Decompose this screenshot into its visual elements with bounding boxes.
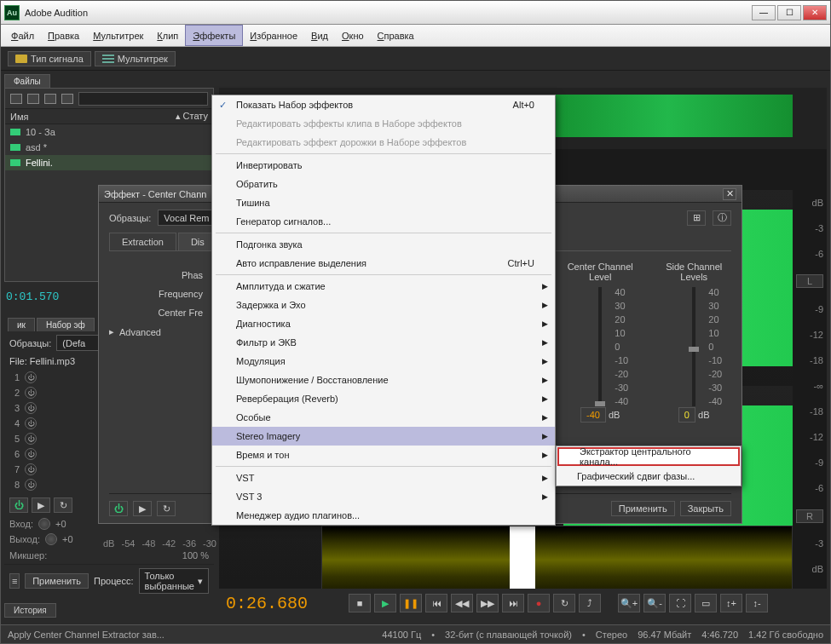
zoom-in-vert-button[interactable]: ↕+: [720, 594, 742, 612]
import-icon[interactable]: [27, 94, 39, 104]
signal-type-button[interactable]: Тип сигнала: [8, 51, 91, 66]
menu-избранное[interactable]: Избранное: [243, 25, 304, 46]
power-button[interactable]: ⏻: [9, 497, 28, 513]
rewind-button[interactable]: ◀◀: [451, 594, 473, 612]
slot-power-icon[interactable]: ⏻: [25, 448, 37, 460]
side-db-value[interactable]: 0: [678, 407, 695, 423]
fx-preview-button[interactable]: ▶: [133, 501, 152, 516]
menu-item-обратить[interactable]: Обратить: [212, 175, 555, 193]
history-tab[interactable]: История: [4, 603, 56, 618]
minimize-button[interactable]: —: [752, 5, 776, 20]
menu-item-особые[interactable]: Особые▶: [212, 408, 555, 427]
multitrack-button[interactable]: Мультитрек: [95, 51, 176, 66]
apply-rack-button[interactable]: Применить: [25, 573, 89, 589]
open-file-icon[interactable]: [10, 94, 22, 104]
menu-клип[interactable]: Клип: [150, 25, 185, 46]
extraction-tab[interactable]: Extraction: [109, 233, 176, 250]
slot-power-icon[interactable]: ⏻: [25, 479, 37, 491]
pause-button[interactable]: ❚❚: [400, 594, 422, 612]
app-icon: Au: [4, 5, 20, 20]
slot-power-icon[interactable]: ⏻: [25, 463, 37, 475]
output-knob[interactable]: [45, 533, 57, 545]
menu-item-генератор-сигналов--[interactable]: Генератор сигналов...: [212, 212, 555, 231]
close-button[interactable]: ✕: [803, 5, 827, 20]
search-input[interactable]: [78, 92, 208, 106]
menu-item-vst-3[interactable]: VST 3▶: [212, 487, 555, 506]
skip-end-button[interactable]: ⏭: [502, 594, 524, 612]
fx-apply-button[interactable]: Применить: [611, 501, 675, 516]
menu-мультитрек[interactable]: Мультитрек: [86, 25, 150, 46]
col-status[interactable]: ▴ Стату: [176, 111, 208, 122]
loop-playback-button[interactable]: ↻: [553, 594, 575, 612]
skip-start-button[interactable]: ⏮: [425, 594, 447, 612]
slot-power-icon[interactable]: ⏻: [25, 402, 37, 414]
col-name[interactable]: Имя: [10, 112, 176, 122]
menu-item-реверберация--reverb[interactable]: Реверберация (Reverb)▶: [212, 389, 555, 408]
fx-loop-button[interactable]: ↻: [157, 501, 176, 516]
menu-вид[interactable]: Вид: [304, 25, 335, 46]
menu-item-модуляция[interactable]: Модуляция▶: [212, 352, 555, 371]
play-button[interactable]: ▶: [374, 594, 396, 612]
menu-item-инвертировать[interactable]: Инвертировать: [212, 156, 555, 175]
menu-справка[interactable]: Справка: [371, 25, 421, 46]
rack-menu-button[interactable]: ≡: [9, 573, 20, 589]
effect-dialog-close[interactable]: ✕: [723, 188, 736, 200]
file-row[interactable]: Fellini.: [5, 155, 213, 170]
menu-item-vst[interactable]: VST▶: [212, 469, 555, 487]
menu-item-stereo-imagery[interactable]: Stereo Imagery▶: [212, 427, 555, 446]
process-dropdown[interactable]: Только выбранные▾: [139, 568, 209, 594]
menu-item-задержка-и-эхо[interactable]: Задержка и Эхо▶: [212, 296, 555, 314]
stop-button[interactable]: ■: [349, 594, 371, 612]
fx-save-preset-icon[interactable]: ⊞: [687, 210, 706, 226]
menu-item-менеджер-аудио-плаги[interactable]: Менеджер аудио плагинов...: [212, 506, 555, 525]
menu-эффекты[interactable]: Эффекты: [185, 25, 243, 46]
tick-label: 40: [615, 287, 628, 297]
side-level-slider[interactable]: 403020100-10-20-30-40: [681, 287, 707, 406]
slot-power-icon[interactable]: ⏻: [25, 387, 37, 399]
loop-button[interactable]: ↻: [54, 497, 72, 513]
menu-item-авто-исправление-выд[interactable]: Авто исправление выделенияCtrl+U: [212, 254, 555, 273]
menu-окно[interactable]: Окно: [335, 25, 371, 46]
slot-power-icon[interactable]: ⏻: [25, 433, 37, 445]
menu-item-подгонка-звука[interactable]: Подгонка звука: [212, 235, 555, 254]
menu-правка[interactable]: Правка: [41, 25, 86, 46]
time-display-small: 0:01.570: [6, 290, 59, 303]
fx-help-icon[interactable]: ⓘ: [713, 210, 731, 226]
menu-item-диагностика[interactable]: Диагностика▶: [212, 314, 555, 333]
file-row[interactable]: 10 - За: [5, 124, 213, 140]
frequency-label: Frequency: [109, 289, 203, 299]
zoom-out-button[interactable]: 🔍-: [643, 594, 666, 612]
files-tab[interactable]: Файлы: [4, 74, 50, 88]
menu-item-шумопонижение---восс[interactable]: Шумопонижение / Восстановление▶: [212, 371, 555, 389]
menu-item-амплитуда-и-сжатие[interactable]: Амплитуда и сжатие▶: [212, 277, 555, 296]
rack-tab-2[interactable]: Набор эф: [37, 318, 95, 331]
fx-close-button[interactable]: Закрыть: [680, 501, 731, 516]
input-knob[interactable]: [38, 518, 50, 530]
submenu-item[interactable]: Графический сдвиг фазы...: [557, 467, 741, 486]
rack-tab-1[interactable]: ик: [8, 318, 35, 331]
file-row[interactable]: asd *: [5, 140, 213, 155]
zoom-full-button[interactable]: ⛶: [669, 594, 691, 612]
record-icon[interactable]: [44, 94, 56, 104]
maximize-button[interactable]: ☐: [777, 5, 801, 20]
menu-item-фильтр-и-экв[interactable]: Фильтр и ЭКВ▶: [212, 333, 555, 352]
fx-power-button[interactable]: ⏻: [109, 501, 128, 516]
slot-power-icon[interactable]: ⏻: [25, 417, 37, 429]
submenu-item[interactable]: Экстрактор центрального канала...: [557, 447, 740, 466]
center-level-slider[interactable]: 403020100-10-20-30-40: [587, 287, 613, 406]
menu-item-время-и-тон[interactable]: Время и тон▶: [212, 446, 555, 464]
menu-файл[interactable]: Файл: [4, 25, 41, 46]
zoom-out-vert-button[interactable]: ↕-: [746, 594, 768, 612]
trash-icon[interactable]: [61, 94, 73, 104]
menu-item-тишина[interactable]: Тишина: [212, 193, 555, 212]
record-button[interactable]: ●: [528, 594, 550, 612]
slot-power-icon[interactable]: ⏻: [25, 371, 37, 383]
return-button[interactable]: ⤴: [579, 594, 601, 612]
play-preview-button[interactable]: ▶: [32, 497, 50, 513]
submenu-arrow-icon: ▶: [542, 413, 548, 422]
zoom-sel-button[interactable]: ▭: [695, 594, 717, 612]
forward-button[interactable]: ▶▶: [476, 594, 499, 612]
menu-item-показать-набор-эффек[interactable]: ✓Показать Набор эффектовAlt+0: [212, 95, 555, 114]
zoom-in-button[interactable]: 🔍+: [618, 594, 640, 612]
center-db-value[interactable]: -40: [580, 407, 606, 423]
